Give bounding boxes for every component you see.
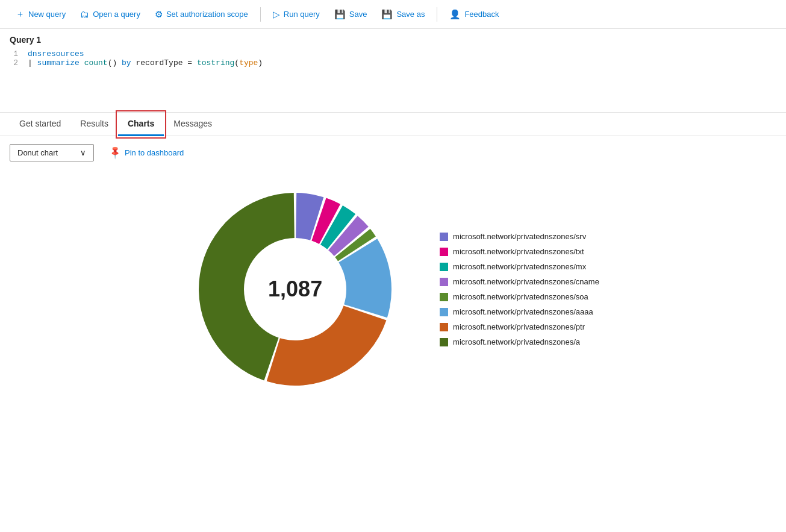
legend-item: microsoft.network/privatednszones/srv [440, 232, 599, 241]
legend-label: microsoft.network/privatednszones/srv [453, 232, 586, 241]
pin-to-dashboard-button[interactable]: 📌 Pin to dashboard [104, 143, 190, 161]
legend-color-swatch [440, 263, 448, 271]
chart-area: 1,087 microsoft.network/privatednszones/… [0, 169, 786, 410]
legend-color-swatch [440, 308, 448, 316]
pin-label: Pin to dashboard [125, 148, 184, 157]
legend-label: microsoft.network/privatednszones/mx [453, 262, 586, 271]
legend-label: microsoft.network/privatednszones/a [453, 337, 580, 346]
query-title: Query 1 [10, 35, 776, 45]
legend-color-swatch [440, 233, 448, 241]
feedback-button[interactable]: 👤 Feedback [443, 5, 505, 23]
divider-2 [437, 7, 437, 22]
legend-label: microsoft.network/privatednszones/ptr [453, 322, 585, 331]
legend-color-swatch [440, 338, 448, 346]
legend-item: microsoft.network/privatednszones/soa [440, 292, 599, 301]
legend-label: microsoft.network/privatednszones/aaaa [453, 307, 593, 316]
legend-item: microsoft.network/privatednszones/ptr [440, 322, 599, 331]
query-section: Query 1 1 dnsresources 2 | summarize cou… [0, 29, 786, 113]
chart-legend: microsoft.network/privatednszones/srvmic… [440, 232, 599, 346]
tab-results[interactable]: Results [70, 113, 118, 136]
legend-label: microsoft.network/privatednszones/cname [453, 277, 599, 286]
save-button[interactable]: 💾 Save [328, 5, 373, 23]
legend-item: microsoft.network/privatednszones/mx [440, 262, 599, 271]
legend-item: microsoft.network/privatednszones/a [440, 337, 599, 346]
legend-item: microsoft.network/privatednszones/txt [440, 247, 599, 256]
query-line2-content: | summarize count() by recordType = tost… [28, 58, 263, 67]
folder-icon: 🗂 [80, 9, 89, 19]
save-as-button[interactable]: 💾 Save as [375, 5, 431, 23]
save-as-icon: 💾 [381, 9, 393, 20]
play-icon: ▷ [273, 9, 280, 20]
pin-icon: 📌 [107, 145, 123, 160]
legend-item: microsoft.network/privatednszones/aaaa [440, 307, 599, 316]
chart-type-dropdown[interactable]: Donut chart ∨ [10, 144, 94, 161]
run-query-button[interactable]: ▷ Run query [267, 5, 326, 23]
chart-type-label: Donut chart [17, 148, 58, 157]
legend-color-swatch [440, 293, 448, 301]
new-query-button[interactable]: ＋ New query [10, 5, 72, 23]
chevron-down-icon: ∨ [80, 148, 86, 157]
query-line-2: 2 | summarize count() by recordType = to… [10, 58, 776, 67]
donut-center-value: 1,087 [268, 277, 322, 302]
line-number-1: 1 [10, 49, 28, 58]
line-number-2: 2 [10, 58, 28, 67]
toolbar: ＋ New query 🗂 Open a query ⚙ Set authori… [0, 0, 786, 29]
legend-label: microsoft.network/privatednszones/soa [453, 292, 588, 301]
query-line-1: 1 dnsresources [10, 49, 776, 58]
legend-color-swatch [440, 278, 448, 286]
tab-messages[interactable]: Messages [164, 113, 222, 136]
legend-color-swatch [440, 323, 448, 331]
save-icon: 💾 [334, 9, 346, 20]
query-keyword-dnsresources: dnsresources [28, 49, 84, 58]
chart-controls: Donut chart ∨ 📌 Pin to dashboard [0, 136, 786, 169]
plus-icon: ＋ [16, 8, 25, 20]
divider-1 [260, 7, 261, 22]
gear-icon: ⚙ [155, 9, 163, 20]
set-auth-button[interactable]: ⚙ Set authorization scope [149, 5, 254, 23]
feedback-icon: 👤 [449, 9, 461, 20]
query-editor[interactable]: 1 dnsresources 2 | summarize count() by … [10, 49, 776, 110]
tab-get-started[interactable]: Get started [10, 113, 70, 136]
donut-chart: 1,087 [187, 181, 404, 398]
legend-label: microsoft.network/privatednszones/txt [453, 247, 584, 256]
tab-charts[interactable]: Charts [118, 113, 164, 136]
open-query-button[interactable]: 🗂 Open a query [74, 5, 146, 23]
tabs-bar: Get started Results Charts Messages [0, 113, 786, 136]
legend-color-swatch [440, 248, 448, 256]
legend-item: microsoft.network/privatednszones/cname [440, 277, 599, 286]
